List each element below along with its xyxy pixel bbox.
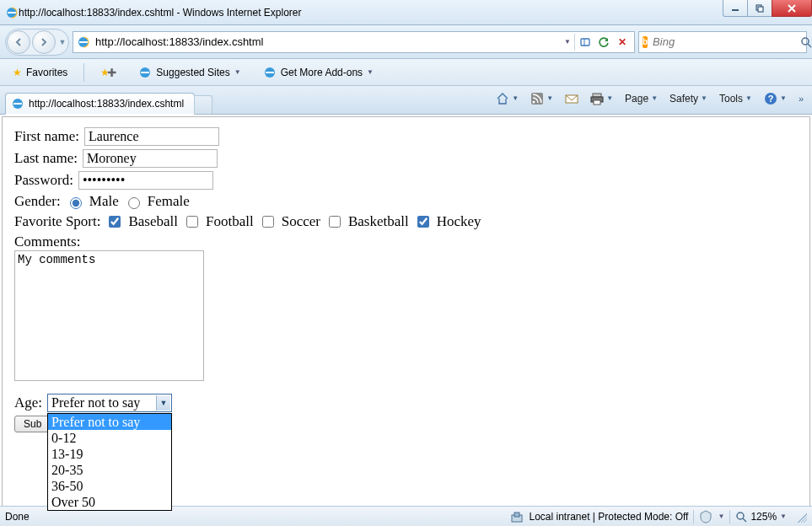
- addons-label: Get More Add-ons: [281, 67, 363, 78]
- svg-line-7: [808, 44, 811, 47]
- chevron-down-icon: ▼: [156, 395, 170, 411]
- gender-label: Gender:: [14, 193, 61, 210]
- first-name-input[interactable]: [84, 127, 219, 146]
- protected-mode-icon[interactable]: [699, 510, 713, 523]
- chevron-down-icon: ▼: [367, 68, 374, 76]
- basketball-checkbox[interactable]: [329, 216, 341, 228]
- bing-icon: b: [643, 36, 648, 48]
- overflow-chevron[interactable]: »: [795, 94, 807, 104]
- male-label: Male: [89, 193, 119, 210]
- feeds-button[interactable]: ▼: [527, 89, 557, 108]
- url-dropdown-icon[interactable]: ▼: [564, 38, 571, 46]
- soccer-label: Soccer: [282, 213, 320, 230]
- football-checkbox[interactable]: [186, 216, 198, 228]
- soccer-checkbox[interactable]: [262, 216, 274, 228]
- maximize-button[interactable]: [747, 0, 772, 17]
- gender-female-radio[interactable]: [128, 197, 140, 209]
- chevron-down-icon[interactable]: ▼: [718, 513, 724, 520]
- window-title: http://localhost:18833/index.cshtml - Wi…: [19, 7, 302, 19]
- add-favorite-button[interactable]: ★ ➕: [94, 63, 122, 82]
- addons-button[interactable]: Get More Add-ons ▼: [257, 62, 379, 83]
- tools-menu[interactable]: Tools ▼: [716, 90, 756, 107]
- address-bar: ▼ ✕: [73, 31, 635, 53]
- plus-icon: ➕: [107, 68, 116, 77]
- age-option[interactable]: 20-35: [48, 462, 171, 478]
- back-button[interactable]: [7, 30, 30, 54]
- baseball-checkbox[interactable]: [109, 216, 121, 228]
- age-select[interactable]: Prefer not to say ▼: [47, 394, 172, 412]
- ie-icon: [11, 97, 24, 110]
- suggested-sites-button[interactable]: Suggested Sites ▼: [132, 62, 246, 83]
- tools-label: Tools: [719, 93, 743, 105]
- favorites-button[interactable]: ★ Favorites: [7, 63, 73, 82]
- suggested-sites-label: Suggested Sites: [156, 67, 229, 78]
- close-button[interactable]: [772, 0, 812, 17]
- search-box: b ▼: [638, 31, 807, 53]
- page-menu[interactable]: Page ▼: [621, 90, 661, 107]
- last-name-label: Last name:: [14, 150, 78, 167]
- window-titlebar: http://localhost:18833/index.cshtml - Wi…: [0, 0, 812, 25]
- minimize-button[interactable]: [723, 0, 748, 17]
- chevron-down-icon: ▼: [651, 94, 658, 102]
- age-option[interactable]: Over 50: [48, 494, 171, 510]
- age-dropdown: Prefer not to say 0-12 13-19 20-35 36-50…: [47, 413, 172, 511]
- chevron-down-icon: ▼: [745, 94, 752, 102]
- page-content: First name: Last name: Password: Gender:…: [2, 116, 810, 526]
- home-button[interactable]: ▼: [492, 89, 522, 108]
- compat-view-icon[interactable]: [577, 34, 594, 51]
- separator: [693, 510, 694, 523]
- submit-button[interactable]: Sub: [14, 416, 51, 432]
- svg-text:?: ?: [768, 94, 774, 104]
- url-input[interactable]: [94, 35, 561, 49]
- password-input[interactable]: [78, 171, 213, 190]
- tab-title: http://localhost:18833/index.cshtml: [29, 98, 184, 110]
- safety-label: Safety: [669, 93, 698, 105]
- first-name-label: First name:: [14, 128, 79, 145]
- last-name-input[interactable]: [83, 149, 218, 168]
- stop-icon[interactable]: ✕: [614, 34, 631, 51]
- comments-textarea[interactable]: [14, 250, 204, 381]
- svg-rect-14: [593, 94, 601, 97]
- age-option[interactable]: 0-12: [48, 430, 171, 446]
- football-label: Football: [206, 213, 254, 230]
- gender-male-radio[interactable]: [70, 197, 82, 209]
- search-button[interactable]: [800, 36, 812, 48]
- zoom-icon: [735, 511, 747, 523]
- chevron-down-icon: ▼: [512, 94, 519, 102]
- resize-grip[interactable]: [795, 511, 807, 523]
- page-ie-icon: [77, 35, 90, 49]
- svg-point-21: [737, 513, 744, 519]
- age-option[interactable]: 36-50: [48, 478, 171, 494]
- separator: [729, 510, 730, 523]
- help-button[interactable]: ? ▼: [761, 89, 790, 108]
- safety-menu[interactable]: Safety ▼: [666, 90, 711, 107]
- zoom-control[interactable]: 125% ▼: [735, 511, 787, 523]
- active-tab[interactable]: http://localhost:18833/index.cshtml: [5, 93, 195, 115]
- new-tab-button[interactable]: [194, 95, 212, 114]
- read-mail-button[interactable]: [562, 89, 582, 108]
- ie-icon: [263, 66, 277, 79]
- zone-text: Local intranet | Protected Mode: Off: [529, 511, 688, 523]
- svg-point-12: [533, 100, 535, 103]
- ie-icon: [5, 6, 19, 19]
- refresh-icon[interactable]: [595, 34, 612, 51]
- navigation-row: ▼ ▼ ✕ b ▼: [0, 25, 812, 59]
- nav-history-dropdown[interactable]: ▼: [56, 38, 68, 46]
- basketball-label: Basketball: [348, 213, 409, 230]
- hockey-checkbox[interactable]: [417, 216, 429, 228]
- chevron-down-icon: ▼: [234, 68, 241, 76]
- separator: [574, 34, 575, 51]
- svg-rect-20: [514, 513, 519, 517]
- age-selected-value: Prefer not to say: [51, 395, 140, 411]
- chevron-down-icon: ▼: [606, 94, 613, 102]
- female-label: Female: [148, 193, 190, 210]
- svg-rect-5: [581, 39, 589, 46]
- forward-button[interactable]: [32, 30, 56, 54]
- print-button[interactable]: ▼: [587, 89, 616, 108]
- status-text: Done: [5, 511, 30, 523]
- age-option[interactable]: Prefer not to say: [48, 414, 171, 430]
- baseball-label: Baseball: [128, 213, 178, 230]
- search-input[interactable]: [651, 35, 797, 49]
- age-option[interactable]: 13-19: [48, 446, 171, 462]
- command-bar: http://localhost:18833/index.cshtml ▼ ▼ …: [0, 86, 812, 115]
